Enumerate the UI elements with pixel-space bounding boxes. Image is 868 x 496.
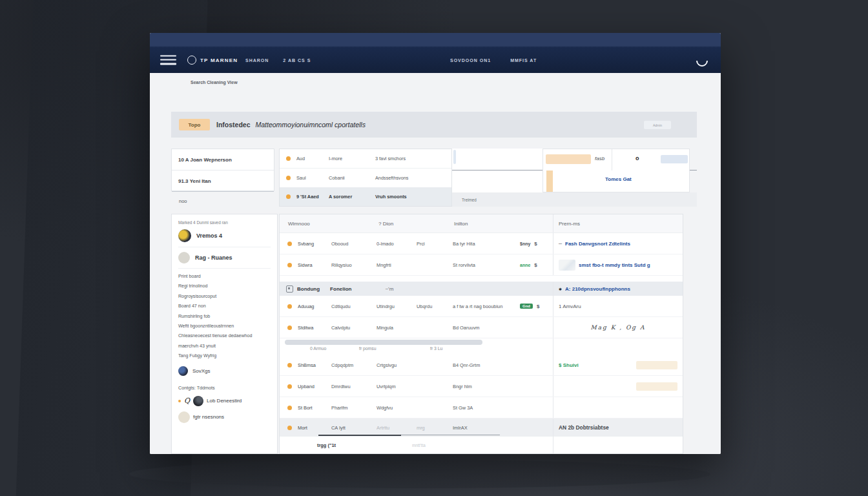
mini-table-card: AudI-more3 favl smchorsSaulCobaniiAndsse… — [279, 149, 452, 207]
desktop-background: TP MARNEN SHARON2 AB CS S SOVDOON ON1MMF… — [0, 0, 868, 496]
sidebar-user-badge[interactable]: SovXgs — [178, 363, 271, 379]
table-row-highlighted[interactable]: MortCA IyttArtrttumrgImIrAXAN 2b Dobtrsi… — [280, 418, 683, 437]
contact-name: fgtr nsesnons — [193, 414, 224, 420]
cell: St Bort — [298, 405, 331, 411]
row-detail: Mag K , Og A — [553, 317, 683, 338]
cell: Mingula — [377, 325, 417, 331]
cell: Saul — [296, 175, 329, 181]
table-row[interactable]: StditwaCalvdptuMingulaBd OaruuvmMag K , … — [280, 317, 683, 338]
status-dot-icon — [287, 242, 292, 246]
detail-link[interactable]: smst fbo-t mmdy tints Sutd g — [579, 262, 650, 268]
dollar-icon: $ — [534, 262, 537, 268]
nav-item[interactable]: SHARON — [245, 57, 269, 62]
hamburger-menu-icon[interactable] — [160, 55, 176, 65]
tag-pill — [636, 361, 677, 369]
banner-action-button[interactable]: Admin — [644, 121, 671, 129]
cell: Svbang — [298, 241, 331, 247]
dollar-icon: $ — [534, 241, 537, 247]
cell: Vruh smoonts — [375, 194, 451, 200]
table-row[interactable]: SvbangObooud0-lmadoPrciBa tyr Hita$nny$–… — [280, 233, 683, 254]
row-main: BondungFonelion~'m — [280, 282, 553, 296]
cell: 0-lmado — [377, 241, 417, 247]
cell: Utindrgu — [377, 304, 417, 309]
table-row[interactable]: St BortPharlfmWdgfvuSt Gw 3A — [280, 397, 683, 418]
dash-label: – — [559, 240, 562, 247]
list-row[interactable]: 9 'St AaedA soromerVruh smoonts — [280, 187, 451, 206]
quick-list-footer-item[interactable]: noo — [171, 194, 274, 208]
status-dot-icon — [287, 406, 292, 410]
panel-footer-strip: Treimed — [452, 192, 697, 207]
detail-text: 1 AmvAru — [559, 304, 581, 309]
scrollbar-thumb[interactable] — [453, 150, 456, 164]
progress-strip-row — [280, 338, 683, 346]
sidebar-link[interactable]: Rogroysisourcoput — [178, 292, 271, 302]
summary-card: fasb o Tomes Gat — [542, 149, 690, 192]
sidebar-link[interactable]: maerchvh 43 ynuit — [178, 342, 271, 351]
cell: Mngfrti — [377, 262, 417, 268]
detail-link[interactable]: Fash Danvgsnort Zdtelints — [565, 241, 630, 247]
page-content: Search Cleaning View Topo Infostedec Mat… — [150, 73, 721, 454]
row-detail: AN 2b Dobtrsiabtse — [553, 418, 683, 437]
detail-link[interactable]: A: 210dpnsvouflnpphonns — [565, 286, 630, 292]
summary-links[interactable]: Tomes Gat — [605, 176, 632, 182]
navbar-left-items: SHARON2 AB CS S — [245, 57, 311, 62]
table-row[interactable]: SidwraRillqysiuoMngfrtiSt rorvlivtaanne$… — [280, 254, 683, 276]
left-sidebar: Marked 4 Dunmi saved ran Vremos 4 Rag - … — [171, 214, 278, 454]
cell: Bngr hlm — [453, 384, 520, 389]
nav-item[interactable]: MMFIS AT — [510, 57, 537, 62]
table-section-row[interactable]: BondungFonelion~'m✱A: 210dpnsvouflnpphon… — [280, 282, 683, 296]
navbar-inner: TP MARNEN SHARON2 AB CS S SOVDOON ON1MMF… — [150, 46, 721, 73]
cell: Dmrdtwu — [331, 384, 377, 389]
dollar-icon: $ — [537, 304, 539, 309]
contact-item[interactable]: fgtr nsesnons — [178, 411, 271, 423]
cell: Andssefthsvons — [375, 175, 451, 181]
sidebar-link[interactable]: Print board — [178, 272, 271, 282]
list-item[interactable]: 91.3 Yeni Itan — [172, 170, 274, 192]
banner-subtitle: Matteommoyionuimncoml cportatells — [256, 121, 366, 129]
positive-amount: $ Shuivi — [559, 362, 579, 368]
sidebar-user-item[interactable]: Vremos 4 — [178, 225, 271, 247]
summary-marker: o — [636, 155, 639, 161]
table-body: SvbangObooud0-lmadoPrciBa tyr Hita$nny$–… — [280, 233, 683, 453]
sidebar-user-item[interactable]: Rag - Ruanes — [178, 247, 271, 269]
user-name: SovXgs — [192, 368, 211, 374]
cell: St rorvlivta — [453, 262, 520, 268]
cell: Aduuag — [298, 304, 331, 309]
banner-title: Infostedec — [216, 121, 251, 129]
status-dot-icon — [286, 156, 291, 161]
row-main — [280, 338, 553, 346]
cell: Calvdptu — [331, 325, 377, 331]
list-item[interactable]: 10 A Joan Wepnerson — [172, 149, 274, 170]
sidebar-link[interactable]: Chleasneoecest tienuse dedaewhod — [178, 331, 271, 341]
table-row[interactable]: UpbandDmrdtwuUvrtplqmBngr hlm — [280, 376, 683, 397]
sidebar-link[interactable]: Weftt bgoonzntileoustrnnen — [178, 322, 271, 331]
list-row[interactable]: AudI-more3 favl smchors — [280, 149, 451, 169]
user-avatar — [178, 229, 191, 242]
nav-item[interactable]: 2 AB CS S — [283, 57, 311, 62]
sidebar-link[interactable]: Rumshirling fob — [178, 312, 271, 322]
nav-item[interactable]: SOVDOON ON1 — [450, 57, 491, 62]
search-note: Search Cleaning View — [191, 80, 238, 85]
status-badge: $nny — [520, 242, 530, 246]
sublabel: 0 Armuo — [310, 346, 326, 351]
cell: Aud — [296, 156, 329, 161]
status-dot-icon — [287, 363, 292, 367]
column-header: Inilton — [446, 221, 553, 227]
spinner-icon[interactable] — [694, 52, 710, 68]
summary-action-pill[interactable] — [661, 155, 688, 163]
cell: Wdgfvu — [377, 405, 417, 411]
table-row[interactable]: ShBmsaCdpqdptmCrtgslvguB4 Qnr-Grtm$ Shui… — [280, 355, 683, 376]
thumbnail-icon — [559, 260, 575, 271]
cell: Bd Oaruuvm — [453, 325, 520, 331]
sidebar-link[interactable]: Regi trinolinod — [178, 282, 271, 291]
list-row[interactable]: SaulCobaniiAndssefthsvons — [280, 169, 451, 187]
contact-item[interactable]: Q Lob Deneestird — [178, 396, 271, 406]
row-main: St BortPharlfmWdgfvuSt Gw 3A — [280, 397, 553, 418]
brand-name[interactable]: TP MARNEN — [200, 57, 238, 63]
app-window: TP MARNEN SHARON2 AB CS S SOVDOON ON1MMF… — [150, 33, 721, 454]
sidebar-link[interactable]: Board 47 non — [178, 302, 271, 311]
table-row[interactable]: AduuagCdtlquduUtindrguUbqrdua f tw a rt … — [280, 296, 683, 317]
summary-tag: fasb — [595, 156, 604, 161]
row-detail: ✱A: 210dpnsvouflnpphonns — [553, 282, 683, 296]
sidebar-link[interactable]: Tang Fubgy Wyfrig — [178, 351, 271, 361]
